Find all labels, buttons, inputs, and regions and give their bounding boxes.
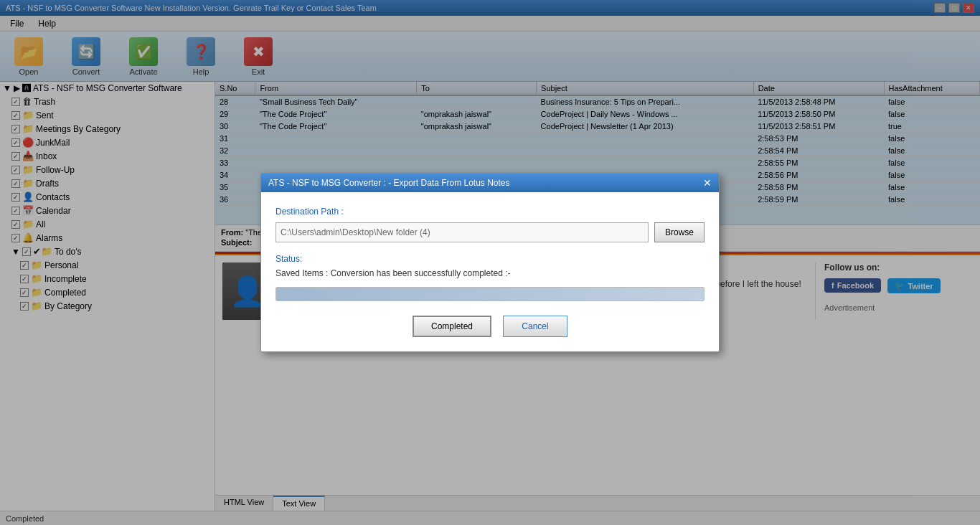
modal-body: Destination Path : Browse Status: Saved … [261, 192, 719, 351]
modal-dialog: ATS - NSF to MSG Converter : - Export Da… [260, 173, 720, 352]
status-label: Status: [275, 254, 705, 264]
modal-overlay: ATS - NSF to MSG Converter : - Export Da… [0, 0, 980, 525]
status-text-modal: Saved Items : Conversion has been succes… [275, 268, 705, 278]
progress-bar-fill [276, 288, 704, 301]
modal-footer: Completed Cancel [275, 313, 705, 337]
destination-label: Destination Path : [275, 207, 705, 217]
modal-title: ATS - NSF to MSG Converter : - Export Da… [268, 178, 510, 188]
cancel-button[interactable]: Cancel [503, 316, 567, 337]
destination-input-row: Browse [275, 222, 705, 242]
destination-path-input[interactable] [275, 222, 649, 242]
browse-button[interactable]: Browse [654, 222, 705, 242]
modal-close-button[interactable]: ✕ [703, 177, 712, 189]
completed-button[interactable]: Completed [413, 316, 491, 337]
modal-titlebar: ATS - NSF to MSG Converter : - Export Da… [261, 174, 719, 192]
progress-bar-container [275, 287, 705, 301]
